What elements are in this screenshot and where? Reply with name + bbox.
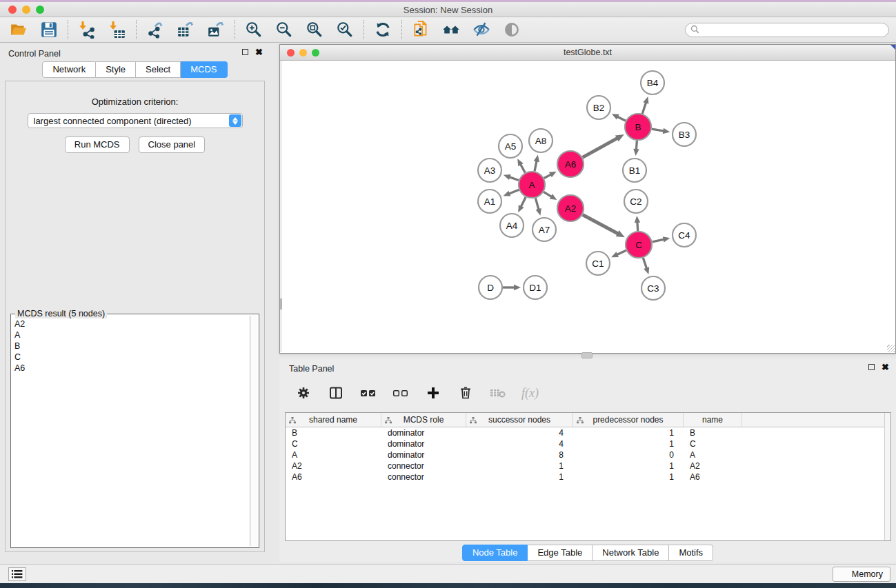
delete-table-icon[interactable]: [489, 384, 507, 402]
column-header-predecessor-nodes[interactable]: predecessor nodes: [573, 413, 684, 427]
cell-name[interactable]: C: [684, 438, 742, 449]
cell-successor-nodes[interactable]: 4: [466, 427, 573, 438]
save-session-icon[interactable]: [40, 21, 58, 39]
tab-mcds[interactable]: MCDS: [181, 61, 227, 78]
node-C4[interactable]: C4: [673, 223, 696, 247]
node-D1[interactable]: D1: [524, 276, 547, 299]
node-A6[interactable]: A6: [557, 151, 584, 177]
node-A3[interactable]: A3: [478, 159, 501, 182]
node-D[interactable]: D: [479, 276, 502, 299]
edge-C-C1[interactable]: [617, 250, 626, 254]
mcds-result-list[interactable]: A2ABCA6: [13, 318, 249, 545]
function-builder-icon[interactable]: f(x): [521, 386, 539, 401]
edge-A-A6[interactable]: [544, 174, 552, 179]
export-image-icon[interactable]: [207, 21, 225, 39]
table-row-c[interactable]: Cdominator41C: [286, 438, 890, 449]
cell-shared-name[interactable]: A6: [286, 472, 381, 483]
mcds-result-scrollbar[interactable]: [250, 316, 257, 546]
table-tab-motifs[interactable]: Motifs: [669, 545, 713, 561]
import-table-icon[interactable]: [108, 21, 126, 39]
edge-C-C2[interactable]: [637, 221, 638, 231]
cell-mcds-role[interactable]: dominator: [381, 438, 466, 449]
resize-grip-icon[interactable]: [887, 345, 895, 352]
cell-name[interactable]: A2: [684, 460, 742, 472]
node-A2[interactable]: A2: [557, 195, 584, 221]
cell-successor-nodes[interactable]: 4: [466, 438, 573, 449]
edge-A-A5[interactable]: [520, 164, 525, 173]
edge-B-B1[interactable]: [636, 141, 637, 150]
new-network-from-selection-icon[interactable]: [412, 21, 430, 39]
zoom-selected-icon[interactable]: [336, 21, 354, 39]
column-header-mcds-role[interactable]: MCDS role: [381, 413, 466, 427]
edge-A-A4[interactable]: [521, 197, 526, 207]
hide-graphics-details-icon[interactable]: [472, 21, 490, 39]
table-scrollbar[interactable]: [884, 413, 890, 540]
cell-mcds-role[interactable]: connector: [381, 460, 466, 472]
edge-C-C4[interactable]: [653, 239, 665, 242]
network-window-titlebar[interactable]: testGlobe.txt: [280, 45, 895, 61]
column-header-shared-name[interactable]: shared name: [286, 413, 381, 427]
task-history-button[interactable]: [8, 567, 26, 581]
edge-B-B3[interactable]: [652, 129, 664, 131]
table-row-a2[interactable]: A2connector11A2: [286, 460, 890, 472]
edge-A-A2[interactable]: [544, 192, 552, 196]
table-row-a6[interactable]: A6connector11A6: [286, 472, 890, 483]
optimization-criterion-select[interactable]: largest connected component (directed): [28, 113, 243, 128]
edge-B-B2[interactable]: [617, 116, 626, 121]
show-graphics-details-icon[interactable]: [503, 21, 521, 39]
run-mcds-button[interactable]: Run MCDS: [65, 136, 130, 153]
edge-A-A1[interactable]: [508, 190, 519, 194]
node-A[interactable]: A: [519, 172, 545, 198]
zoom-fit-icon[interactable]: [306, 21, 323, 39]
result-item-a6[interactable]: A6: [13, 363, 249, 374]
cell-predecessor-nodes[interactable]: 1: [573, 460, 684, 472]
edge-C-C3[interactable]: [643, 258, 646, 269]
table-row-a[interactable]: Adominator80A: [286, 449, 890, 460]
cell-predecessor-nodes[interactable]: 1: [573, 472, 684, 483]
cell-mcds-role[interactable]: dominator: [381, 427, 466, 438]
column-header-successor-nodes[interactable]: successor nodes: [466, 413, 573, 427]
cell-shared-name[interactable]: C: [286, 438, 381, 449]
node-C2[interactable]: C2: [624, 190, 648, 213]
cell-name[interactable]: A: [684, 449, 742, 460]
node-B3[interactable]: B3: [673, 123, 696, 146]
edge-A-A3[interactable]: [509, 177, 519, 181]
float-panel-icon[interactable]: [242, 49, 248, 55]
tab-select[interactable]: Select: [136, 61, 181, 78]
unselect-all-columns-icon[interactable]: [392, 384, 410, 402]
float-panel-icon[interactable]: [868, 364, 875, 370]
refresh-icon[interactable]: [374, 21, 392, 39]
create-column-icon[interactable]: [424, 384, 442, 402]
node-B[interactable]: B: [625, 114, 651, 140]
node-A4[interactable]: A4: [500, 214, 524, 237]
export-network-icon[interactable]: [146, 21, 164, 39]
cell-shared-name[interactable]: A2: [286, 460, 381, 472]
toggle-panes-icon[interactable]: [327, 384, 345, 402]
node-C3[interactable]: C3: [641, 276, 665, 300]
network-left-scrollbar[interactable]: [280, 61, 282, 352]
export-table-icon[interactable]: [177, 21, 195, 39]
table-tab-network-table[interactable]: Network Table: [593, 545, 669, 561]
cell-mcds-role[interactable]: connector: [381, 472, 466, 483]
node-B2[interactable]: B2: [587, 96, 610, 119]
search-box[interactable]: [685, 23, 889, 37]
delete-columns-icon[interactable]: [457, 384, 475, 402]
node-C[interactable]: C: [626, 232, 652, 258]
edge-B-B4[interactable]: [642, 102, 646, 114]
zoom-out-icon[interactable]: [275, 21, 293, 39]
cell-successor-nodes[interactable]: 1: [466, 460, 573, 472]
node-A7[interactable]: A7: [532, 218, 556, 241]
cell-shared-name[interactable]: A: [286, 449, 381, 460]
result-item-c[interactable]: C: [13, 352, 249, 363]
cell-predecessor-nodes[interactable]: 1: [573, 427, 684, 438]
table-row-b[interactable]: Bdominator41B: [286, 427, 890, 438]
node-A5[interactable]: A5: [499, 134, 522, 158]
cell-shared-name[interactable]: B: [286, 427, 381, 438]
edge-A-A8[interactable]: [535, 161, 537, 171]
result-item-a2[interactable]: A2: [13, 318, 249, 330]
tab-network[interactable]: Network: [42, 61, 96, 78]
result-item-a[interactable]: A: [13, 330, 249, 341]
first-neighbors-icon[interactable]: [442, 21, 460, 39]
import-network-icon[interactable]: [78, 21, 96, 39]
cell-predecessor-nodes[interactable]: 0: [573, 449, 684, 460]
